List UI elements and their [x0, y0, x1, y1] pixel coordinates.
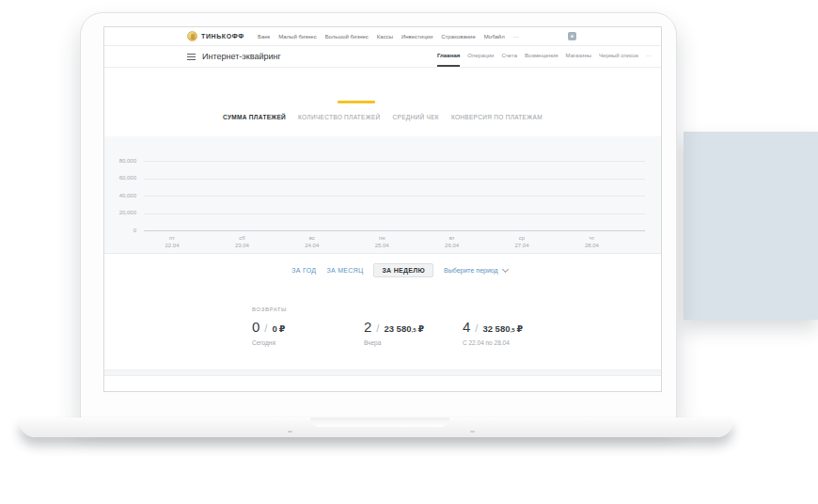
refund-separator: / — [376, 323, 379, 334]
refund-caption: Сегодня — [252, 339, 285, 346]
laptop-base-foot — [470, 431, 475, 433]
refund-stat-values: 2/23 580,5₽ — [364, 319, 424, 335]
refund-stat-values: 0/0₽ — [252, 319, 285, 335]
product-tab[interactable]: Черный список — [599, 53, 638, 67]
top-nav-item[interactable]: Малый бизнес — [278, 34, 316, 39]
product-tab[interactable]: Магазины — [566, 53, 591, 67]
brand-accent-line — [338, 101, 375, 103]
period-option-selected[interactable]: ЗА НЕДЕЛЮ — [373, 263, 433, 277]
refund-stat: 0/0₽Сегодня — [252, 319, 285, 346]
x-tick-label: пт22.04 — [152, 234, 192, 249]
laptop-screen-bezel: ТИНЬКОФФ БанкМалый бизнесБольшой бизнесК… — [80, 12, 677, 418]
x-tick-date: 24.04 — [292, 242, 332, 249]
ruble-sign: ₽ — [279, 323, 286, 334]
y-tick-label: 0 — [104, 228, 136, 234]
refund-separator: / — [264, 323, 267, 334]
y-tick-label: 40,000 — [104, 193, 136, 199]
laptop-base-foot — [288, 431, 292, 433]
product-tab[interactable]: ··· — [646, 53, 652, 67]
product-tab[interactable]: Возмещения — [525, 53, 558, 67]
top-nav: БанкМалый бизнесБольшой бизнесКассыИнвес… — [258, 27, 519, 45]
browser-viewport: ТИНЬКОФФ БанкМалый бизнесБольшой бизнесК… — [103, 26, 662, 392]
refund-count: 2 — [364, 319, 371, 335]
chart-gridline — [144, 213, 645, 214]
x-tick-day: чт — [572, 234, 611, 242]
x-tick-date: 25.04 — [362, 242, 401, 249]
top-nav-item[interactable]: Инвестиции — [401, 34, 433, 39]
footer-strip — [104, 370, 661, 376]
x-tick-label: пн25.04 — [362, 234, 401, 249]
metric-tab[interactable]: СРЕДНИЙ ЧЕК — [393, 114, 439, 120]
x-tick-day: пт — [152, 234, 192, 242]
top-nav-item[interactable]: Мобайл — [484, 34, 505, 39]
profile-avatar-icon[interactable] — [568, 32, 576, 40]
period-option[interactable]: ЗА ГОД — [291, 267, 316, 274]
metric-tab[interactable]: СУММА ПЛАТЕЖЕЙ — [223, 114, 286, 120]
metric-tabs: СУММА ПЛАТЕЖЕЙКОЛИЧЕСТВО ПЛАТЕЖЕЙСРЕДНИЙ… — [104, 114, 661, 120]
period-custom-picker[interactable]: Выберите период — [444, 267, 508, 274]
x-tick-date: 23.04 — [222, 242, 261, 249]
metric-tab[interactable]: КОНВЕРСИЯ ПО ПЛАТЕЖАМ — [451, 114, 543, 120]
chart-x-axis: пт22.04сб23.04вс24.04пн25.04вт26.04ср27.… — [144, 234, 645, 251]
x-tick-day: ср — [502, 234, 542, 242]
ruble-sign: ₽ — [417, 323, 424, 334]
refund-stat: 2/23 580,5₽Вчера — [364, 319, 424, 346]
period-custom-label: Выберите период — [444, 267, 498, 274]
top-header: ТИНЬКОФФ БанкМалый бизнесБольшой бизнесК… — [104, 27, 661, 46]
product-tab[interactable]: Главная — [437, 53, 460, 67]
refund-separator: / — [475, 323, 478, 334]
refund-caption: С 22.04 по 28.04 — [463, 339, 523, 346]
metric-tab[interactable]: КОЛИЧЕСТВО ПЛАТЕЖЕЙ — [298, 114, 381, 120]
refund-caption: Вчера — [364, 339, 424, 346]
refund-amount-decimals: ,5 — [411, 327, 416, 333]
x-tick-day: пн — [362, 234, 401, 242]
y-tick-label: 60,000 — [104, 175, 136, 181]
chart-panel: 80,00060,00040,00020,0000 пт22.04сб23.04… — [104, 136, 661, 254]
product-header: Интернет-эквайринг ГлавнаяОперацииСчетаВ… — [104, 46, 661, 68]
laptop-base-notch — [310, 417, 449, 427]
x-tick-date: 22.04 — [152, 242, 192, 249]
x-tick-label: сб23.04 — [222, 234, 261, 249]
chart-gridline — [144, 161, 645, 162]
period-controls: ЗА ГОДЗА МЕСЯЦЗА НЕДЕЛЮВыберите период — [104, 263, 661, 277]
refund-amount-decimals: ,5 — [510, 327, 514, 333]
chart-plot — [144, 161, 645, 231]
tinkoff-logo[interactable]: ТИНЬКОФФ — [187, 31, 244, 41]
top-nav-item[interactable]: Банк — [258, 34, 270, 39]
refund-stat: 4/32 580,5₽С 22.04 по 28.04 — [463, 319, 523, 346]
top-nav-item[interactable]: Кассы — [377, 34, 393, 39]
menu-hamburger-icon[interactable] — [187, 54, 196, 60]
top-nav-item[interactable]: Страхование — [441, 34, 475, 39]
x-tick-day: вс — [292, 234, 332, 242]
tinkoff-crest-icon — [187, 31, 197, 41]
refund-amount: 23 580 — [384, 323, 411, 334]
period-option[interactable]: ЗА МЕСЯЦ — [326, 267, 363, 274]
refund-count: 4 — [463, 319, 470, 335]
chart-y-axis: 80,00060,00040,00020,0000 — [104, 161, 140, 230]
product-tabs: ГлавнаяОперацииСчетаВозмещенияМагазиныЧе… — [437, 53, 652, 67]
page-background: ТИНЬКОФФ БанкМалый бизнесБольшой бизнесК… — [0, 0, 818, 504]
top-nav-item[interactable]: Большой бизнес — [325, 34, 369, 39]
y-tick-label: 20,000 — [104, 210, 136, 216]
refund-amount: 0 — [272, 323, 276, 334]
refund-count: 0 — [252, 319, 260, 335]
page-title: Интернет-эквайринг — [202, 52, 281, 61]
chevron-down-icon — [502, 266, 509, 273]
ruble-sign: ₽ — [516, 323, 523, 334]
x-tick-date: 27.04 — [502, 242, 542, 249]
refund-stat-values: 4/32 580,5₽ — [463, 319, 523, 335]
x-tick-date: 28.04 — [572, 242, 611, 249]
x-tick-label: ср27.04 — [502, 234, 542, 249]
x-tick-label: вс24.04 — [292, 234, 332, 249]
chart-gridline — [144, 179, 645, 180]
refunds-label: ВОЗВРАТЫ — [252, 307, 287, 312]
chart-gridline — [144, 196, 645, 197]
top-nav-item[interactable]: ··· — [513, 34, 519, 39]
x-tick-label: вт26.04 — [433, 234, 472, 249]
refund-amount: 32 580 — [482, 323, 510, 334]
y-tick-label: 80,000 — [104, 158, 136, 165]
product-tab[interactable]: Операции — [467, 53, 494, 67]
decor-accent-rect — [684, 132, 818, 320]
x-tick-label: чт28.04 — [572, 234, 611, 249]
product-tab[interactable]: Счета — [501, 53, 517, 67]
